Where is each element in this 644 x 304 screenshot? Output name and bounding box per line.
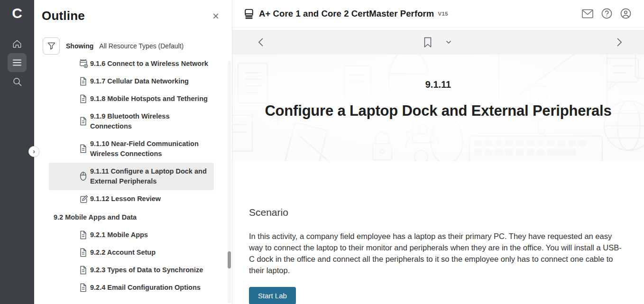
outline-item[interactable]: 9.2.1 Mobile Apps bbox=[49, 226, 214, 244]
outline-item[interactable]: 9.2.2 Account Setup bbox=[49, 244, 214, 261]
outline-menu-button[interactable] bbox=[8, 53, 27, 72]
outline-item-label: 9.1.11 Configure a Laptop Dock and Exter… bbox=[90, 167, 207, 185]
help-icon bbox=[601, 8, 612, 19]
outline-item[interactable]: 9.2.4 Email Configuration Options bbox=[49, 279, 214, 296]
document-icon bbox=[80, 230, 88, 240]
account-button[interactable] bbox=[617, 6, 634, 22]
help-button[interactable] bbox=[598, 6, 615, 22]
course-title: A+ Core 1 and Core 2 CertMaster Perform bbox=[259, 9, 434, 19]
outline-item-current[interactable]: 9.1.11 Configure a Laptop Dock and Exter… bbox=[49, 163, 214, 190]
outline-scrollbar-thumb[interactable] bbox=[228, 251, 231, 268]
lesson-number: 9.1.11 bbox=[425, 79, 451, 90]
hero-text: 9.1.11 Configure a Laptop Dock and Exter… bbox=[232, 55, 644, 161]
bookmark-button[interactable] bbox=[419, 34, 436, 51]
course-header: A+ Core 1 and Core 2 CertMaster Perform … bbox=[232, 0, 644, 28]
start-lab-button[interactable]: Start Lab bbox=[249, 287, 296, 304]
lesson-title: Configure a Laptop Dock and External Per… bbox=[265, 102, 611, 120]
outline-item[interactable]: 9.2.3 Types of Data to Synchronize bbox=[49, 261, 214, 279]
next-lesson-button[interactable] bbox=[611, 34, 628, 51]
outline-item-label: 9.1.12 Lesson Review bbox=[90, 195, 161, 203]
mail-icon bbox=[582, 9, 593, 18]
document-icon bbox=[80, 94, 88, 104]
main-content: A+ Core 1 and Core 2 CertMaster Perform … bbox=[232, 0, 644, 304]
outline-scrollbar-track[interactable] bbox=[228, 61, 231, 303]
outline-list: 9.1.6 Connect to a Wireless Network 9.1.… bbox=[34, 59, 232, 304]
lab-screen-icon bbox=[80, 59, 88, 69]
outline-item-label: 9.1.7 Cellular Data Networking bbox=[90, 77, 189, 85]
document-icon bbox=[80, 248, 88, 258]
outline-item[interactable]: 9.1.6 Connect to a Wireless Network bbox=[49, 59, 214, 73]
filter-icon bbox=[47, 42, 55, 50]
course-version: V15 bbox=[438, 11, 448, 17]
outline-item-label: 9.1.6 Connect to a Wireless Network bbox=[90, 60, 208, 67]
chevron-right-icon bbox=[616, 37, 622, 47]
outline-item-label: 9.2.2 Account Setup bbox=[90, 249, 156, 256]
account-icon bbox=[620, 8, 631, 19]
search-icon bbox=[13, 77, 22, 86]
app-screen: C Outline × Showing All Resource Types (… bbox=[0, 0, 644, 304]
document-icon bbox=[80, 144, 88, 154]
home-button[interactable] bbox=[8, 34, 27, 53]
scenario-paragraph: In this activity, a company field employ… bbox=[249, 230, 626, 276]
outline-section-header[interactable]: 9.2 Mobile Apps and Data bbox=[49, 209, 214, 226]
bookmark-icon bbox=[424, 37, 432, 48]
outline-item[interactable]: 9.1.8 Mobile Hotspots and Tethering bbox=[49, 90, 214, 108]
panel-collapse-handle[interactable]: › bbox=[28, 146, 39, 157]
filter-showing-label: Showing bbox=[66, 42, 93, 50]
document-icon bbox=[80, 283, 88, 293]
lesson-body: Scenario In this activity, a company fie… bbox=[232, 207, 644, 304]
home-icon bbox=[12, 39, 22, 48]
chevron-left-icon bbox=[258, 37, 264, 47]
outline-item[interactable]: 9.1.10 Near-Field Communication Wireless… bbox=[49, 135, 214, 163]
document-icon bbox=[80, 265, 88, 275]
close-outline-button[interactable]: × bbox=[209, 9, 222, 23]
mouse-icon bbox=[80, 171, 88, 181]
search-button[interactable] bbox=[8, 72, 27, 91]
course-icon bbox=[244, 9, 254, 19]
outline-item-label: 9.2.3 Types of Data to Synchronize bbox=[90, 266, 203, 274]
outline-item-label: 9.1.10 Near-Field Communication Wireless… bbox=[90, 140, 199, 157]
edit-icon bbox=[80, 194, 88, 204]
chevron-down-icon bbox=[446, 40, 451, 44]
document-icon bbox=[80, 76, 88, 86]
outline-item-label: 9.1.9 Bluetooth Wireless Connections bbox=[90, 112, 169, 130]
outline-item-label: 9.2.1 Mobile Apps bbox=[90, 231, 148, 239]
outline-item[interactable]: 9.1.9 Bluetooth Wireless Connections bbox=[49, 108, 191, 135]
hero-banner: 9.1.11 Configure a Laptop Dock and Exter… bbox=[232, 55, 644, 161]
filter-button[interactable] bbox=[43, 37, 60, 55]
document-icon bbox=[80, 116, 88, 126]
outline-item[interactable]: 9.1.12 Lesson Review bbox=[49, 190, 214, 208]
scenario-heading: Scenario bbox=[249, 207, 644, 218]
outline-item-label: 9.1.8 Mobile Hotspots and Tethering bbox=[90, 95, 208, 102]
outline-item-label: 9.2.4 Email Configuration Options bbox=[90, 284, 201, 291]
previous-lesson-button[interactable] bbox=[252, 34, 269, 51]
filter-value: All Resource Types (Default) bbox=[99, 42, 184, 50]
filter-row: Showing All Resource Types (Default) bbox=[43, 37, 232, 55]
bookmark-menu-button[interactable] bbox=[440, 34, 457, 51]
outline-panel: Outline × Showing All Resource Types (De… bbox=[34, 0, 232, 304]
outline-menu-icon bbox=[13, 59, 21, 66]
messages-button[interactable] bbox=[580, 6, 596, 22]
outline-item[interactable]: 9.1.7 Cellular Data Networking bbox=[49, 73, 214, 90]
outline-panel-title: Outline bbox=[34, 0, 232, 23]
lesson-toolbar bbox=[232, 30, 644, 55]
comptia-logo[interactable]: C bbox=[12, 4, 22, 23]
